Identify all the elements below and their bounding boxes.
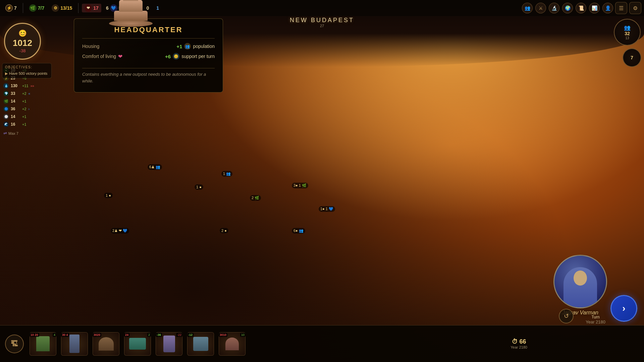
- building-3d-shape: [109, 0, 153, 27]
- resource-arrows-2: »»: [31, 84, 34, 88]
- build-shape-3: [129, 338, 146, 350]
- hq-comfort-row: Comfort of living ❤ +6 😊 support per tur…: [82, 51, 215, 61]
- right-badge-circle: 7: [623, 48, 641, 67]
- tech-btn[interactable]: 🔬: [549, 3, 559, 13]
- queue-main-icon[interactable]: 🏗: [5, 335, 24, 353]
- options-btn[interactable]: 👤: [602, 3, 613, 13]
- building-tier-4: [123, 0, 138, 1]
- hq-comfort-value-group: +6 😊 support per turn: [165, 53, 215, 60]
- building-tier-3: [119, 0, 143, 12]
- production-icon: ⚙: [52, 4, 59, 12]
- build-item-4[interactable]: -36 -22: [154, 332, 184, 356]
- hq-comfort-value: +6: [165, 54, 171, 59]
- build-cost-4: -36: [156, 333, 162, 337]
- hq-divider-2: [82, 68, 215, 68]
- build-shape-2: [99, 337, 114, 351]
- score-circle: 😊 1012 -38: [4, 23, 41, 60]
- resource-delta-2: +11: [22, 84, 29, 88]
- resource-dot-4: 🌿: [3, 99, 9, 104]
- resource-dot-3: 💎: [3, 91, 9, 96]
- support-icon: 😊: [173, 53, 179, 60]
- resource-item-6: ⚪ 14 +1: [2, 113, 51, 120]
- resource-arrows-3: «: [29, 92, 31, 96]
- map-label-3: 1 ●: [195, 184, 203, 190]
- civics-btn[interactable]: 📜: [576, 3, 586, 13]
- build-cost-0: 10 20: [30, 333, 39, 337]
- build-item-5[interactable]: -12: [186, 332, 215, 356]
- score-face-icon: 😊: [18, 29, 27, 37]
- resource-dot-7: 🌊: [3, 122, 9, 127]
- resource-delta-6: +1: [22, 115, 26, 119]
- right-pop-display: 👥 32 13: [613, 19, 641, 46]
- rewind-button[interactable]: ↺: [559, 309, 574, 323]
- resource-item-5: 🔵 36 +2 ›: [2, 106, 51, 112]
- resource-val-2: 130: [11, 83, 20, 88]
- score-value: 1012: [13, 38, 32, 48]
- turn-points-value: 7: [14, 5, 17, 11]
- character-head: [574, 270, 587, 286]
- build-item-2[interactable]: 3020: [91, 332, 121, 356]
- advisor-btn[interactable]: 👥: [522, 3, 533, 13]
- right-panel: 👥 32 13 7: [610, 16, 644, 70]
- action-points-icon: ⚡: [5, 4, 13, 12]
- build-cost-1: 30 4: [61, 333, 69, 337]
- right-pop-circle: 👥 32 13: [614, 19, 641, 46]
- hq-comfort-label: Comfort of living: [82, 54, 116, 59]
- objectives-title: OBJECTIVES:: [5, 65, 49, 69]
- map-label-1: 6♟ 👥: [148, 164, 162, 170]
- map-label-9: 1 ●: [104, 193, 113, 198]
- right-badge-value: 7: [631, 55, 633, 60]
- food-display: 🌿 7/7: [26, 4, 47, 12]
- build-shape-5: [193, 337, 208, 351]
- map-label-10: 2 🌿: [250, 195, 261, 201]
- map-label-8: 1● 1 💙: [319, 206, 335, 212]
- obj-arrow-icon: ▶: [5, 71, 8, 76]
- happiness-display: ❤ 17: [82, 4, 101, 12]
- hq-comfort-resource: support per turn: [181, 54, 215, 59]
- map-label-6: 2 ●: [220, 228, 228, 233]
- build-item-3[interactable]: 24 2: [123, 332, 152, 356]
- build-turns-0: 4: [53, 333, 56, 337]
- happiness-value: 17: [93, 5, 99, 11]
- map-btn[interactable]: 🌍: [562, 3, 573, 13]
- resource-dot-2: 💧: [3, 83, 9, 88]
- queue-icon-area: 🏗: [3, 335, 26, 353]
- right-pop-sub: 13: [625, 36, 629, 40]
- food-value: 7/7: [38, 5, 44, 11]
- build-item-6[interactable]: 3010 10: [217, 332, 247, 356]
- build-shape-4: [163, 336, 175, 352]
- build-item-1[interactable]: 30 4: [60, 332, 89, 356]
- population-icon: 👥: [184, 43, 191, 50]
- top-hud: ⚡ 7 🌿 7/7 ⚙ 13/15 ❤ 17 6 💙 5 +1 0 1 👥 ⚔ …: [0, 0, 644, 16]
- bottom-turn-display: ⏱ 66 Year 2180: [511, 338, 641, 349]
- diplomacy-btn[interactable]: ⚔: [535, 3, 546, 13]
- next-turn-button[interactable]: ›: [610, 295, 637, 322]
- map-label-2: 1 👥: [221, 171, 232, 177]
- resource-val-4: 14: [11, 99, 20, 104]
- bottom-turn-icon: ⏱ 66: [512, 338, 526, 345]
- resource-arrows-5: ›: [29, 107, 30, 111]
- stats-btn[interactable]: 📊: [589, 3, 600, 13]
- hq-description: Contains everthing a new outpost needs t…: [82, 71, 215, 84]
- resource-val-6: 14: [11, 114, 20, 119]
- city-name: NEW BUDAPEST: [290, 17, 354, 24]
- resource-dot-5: 🔵: [3, 106, 9, 112]
- hq-housing-resource: population: [193, 44, 215, 49]
- build-shape-6: [225, 338, 239, 350]
- resource-item-3: 💎 33 +2 «: [2, 90, 51, 97]
- settings-button[interactable]: ☰: [615, 2, 627, 14]
- hud-separator-2: [78, 3, 78, 13]
- food-icon: 🌿: [29, 4, 37, 12]
- hq-comfort-label-group: Comfort of living ❤: [82, 53, 122, 60]
- menu-button[interactable]: ⚙: [629, 2, 641, 14]
- hq-housing-row: Housing +1 👥 population: [82, 41, 215, 51]
- hq-housing-label: Housing: [82, 44, 99, 49]
- score-delta: -38: [19, 48, 26, 53]
- city-banner: NEW BUDAPEST 27: [290, 17, 354, 28]
- resource-delta-4: +1: [22, 99, 26, 103]
- build-item-0[interactable]: 10 20 4: [28, 332, 58, 356]
- turn-info: Turn Year 2180: [586, 315, 605, 324]
- resource-val-7: 16: [11, 122, 20, 127]
- objective-text-1: Have 500 victory points: [9, 71, 47, 76]
- production-display: ⚙ 13/15: [49, 4, 75, 12]
